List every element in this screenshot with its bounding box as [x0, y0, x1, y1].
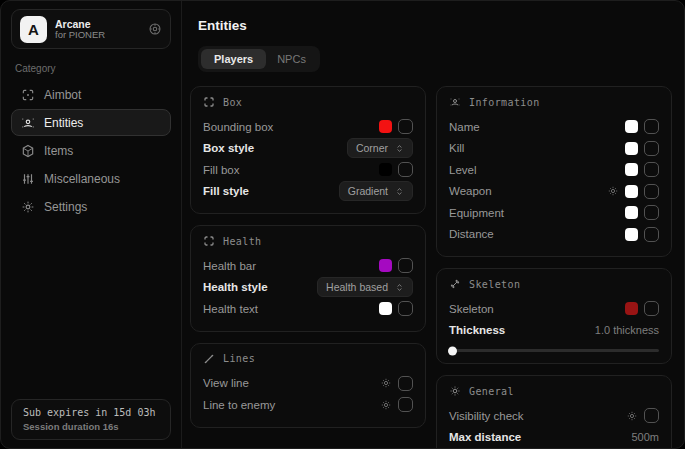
tab-npcs[interactable]: NPCs [266, 49, 317, 69]
setting-label: Skeleton [449, 303, 494, 315]
setting-row-skeleton: Skeleton [449, 298, 659, 320]
setting-label: Weapon [449, 185, 492, 197]
color-swatch[interactable] [625, 302, 638, 315]
sidebar-item-label: Entities [44, 116, 83, 130]
row-config-gear-icon[interactable] [380, 399, 392, 411]
panel-information-header: Information [449, 96, 659, 108]
brand-subtitle: for PIONER [55, 30, 140, 41]
gear-icon [21, 200, 35, 214]
panel-health-header: Health [203, 235, 413, 247]
setting-label: Equipment [449, 207, 504, 219]
setting-label: Level [449, 164, 477, 176]
sidebar-item-settings[interactable]: Settings [11, 193, 171, 220]
sidebar-item-miscellaneous[interactable]: Miscellaneous [11, 165, 171, 192]
checkbox[interactable] [644, 119, 659, 134]
tab-players[interactable]: Players [201, 49, 266, 69]
brand-settings-gear-icon[interactable] [148, 22, 162, 36]
unfold-icon [395, 144, 404, 153]
setting-row-bounding-box: Bounding box [203, 116, 413, 138]
checkbox[interactable] [644, 184, 659, 199]
setting-label: Box style [203, 142, 254, 154]
checkbox[interactable] [398, 301, 413, 316]
setting-row-fill-box: Fill box [203, 159, 413, 181]
brand-name: Arcane [55, 18, 140, 30]
color-swatch[interactable] [625, 206, 638, 219]
setting-row-health-bar: Health bar [203, 255, 413, 277]
panel-lines-header: Lines [203, 353, 413, 365]
color-swatch[interactable] [625, 185, 638, 198]
checkbox[interactable] [644, 162, 659, 177]
checkbox[interactable] [644, 141, 659, 156]
dropdown-value: Gradient [348, 185, 388, 197]
session-duration-text: Session duration 16s [23, 421, 159, 432]
checkbox[interactable] [398, 376, 413, 391]
panel-information: Information Name Kill [436, 86, 672, 257]
fill-style-dropdown[interactable]: Gradient [339, 181, 413, 201]
bounding-box-icon [203, 96, 215, 108]
health-style-dropdown[interactable]: Health based [317, 277, 413, 297]
panel-lines: Lines View line [190, 343, 426, 428]
panel-title: Skeleton [469, 279, 520, 290]
sidebar-item-aimbot[interactable]: Aimbot [11, 81, 171, 108]
sidebar-item-label: Aimbot [44, 88, 81, 102]
health-scan-icon [203, 235, 215, 247]
panel-title: Health [223, 236, 262, 247]
setting-row-max-distance: Max distance 500m [449, 427, 659, 449]
checkbox[interactable] [398, 119, 413, 134]
color-swatch[interactable] [379, 163, 392, 176]
sidebar-item-label: Settings [44, 200, 87, 214]
color-swatch[interactable] [379, 259, 392, 272]
setting-label: Health style [203, 281, 268, 293]
sidebar-item-label: Miscellaneous [44, 172, 120, 186]
information-scan-icon [449, 96, 461, 108]
row-config-gear-icon[interactable] [380, 377, 392, 389]
brand-card: A Arcane for PIONER [11, 9, 171, 49]
slider-thumb[interactable] [448, 346, 457, 355]
left-column: Box Bounding box Box style Corner [190, 86, 426, 449]
sidebar-item-entities[interactable]: Entities [11, 109, 171, 136]
checkbox[interactable] [398, 258, 413, 273]
slider-value-text: 1.0 thickness [595, 324, 659, 336]
checkbox[interactable] [398, 162, 413, 177]
right-column: Information Name Kill [436, 86, 672, 449]
checkbox[interactable] [398, 397, 413, 412]
unfold-icon [395, 187, 404, 196]
checkbox[interactable] [644, 301, 659, 316]
color-swatch[interactable] [625, 228, 638, 241]
entities-scan-icon [21, 116, 35, 130]
setting-row-level: Level [449, 159, 659, 181]
main-content: Entities Players NPCs Box [182, 1, 684, 448]
sidebar-item-items[interactable]: Items [11, 137, 171, 164]
checkbox[interactable] [644, 227, 659, 242]
thickness-slider[interactable] [449, 349, 659, 352]
bone-icon [449, 278, 461, 290]
checkbox[interactable] [644, 408, 659, 423]
color-swatch[interactable] [625, 142, 638, 155]
row-config-gear-icon[interactable] [607, 185, 619, 197]
setting-row-health-style: Health style Health based [203, 277, 413, 299]
unfold-icon [395, 283, 404, 292]
box-style-dropdown[interactable]: Corner [347, 138, 413, 158]
setting-row-line-to-enemy: Line to enemy [203, 394, 413, 416]
setting-label: Thickness [449, 324, 505, 336]
color-swatch[interactable] [379, 120, 392, 133]
panel-title: Lines [223, 353, 255, 364]
entity-type-tabs: Players NPCs [198, 46, 320, 72]
setting-label: View line [203, 377, 249, 389]
setting-row-name: Name [449, 116, 659, 138]
diagonal-line-icon [203, 353, 215, 365]
setting-row-view-line: View line [203, 373, 413, 395]
panel-general: General Visibility check [436, 375, 672, 449]
row-config-gear-icon[interactable] [626, 410, 638, 422]
cube-icon [21, 144, 35, 158]
setting-row-distance: Distance [449, 224, 659, 246]
checkbox[interactable] [644, 205, 659, 220]
panel-skeleton-header: Skeleton [449, 278, 659, 290]
panel-health: Health Health bar Health style Health ba… [190, 225, 426, 332]
color-swatch[interactable] [379, 302, 392, 315]
color-swatch[interactable] [625, 120, 638, 133]
color-swatch[interactable] [625, 163, 638, 176]
setting-row-visibility-check: Visibility check [449, 405, 659, 427]
dropdown-value: Health based [326, 281, 388, 293]
setting-row-health-text: Health text [203, 298, 413, 320]
